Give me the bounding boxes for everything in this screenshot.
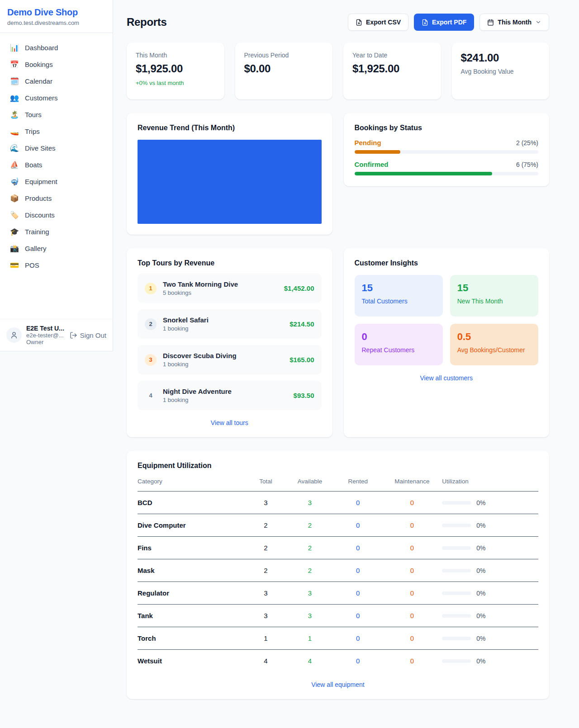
cell-available: 3 bbox=[286, 492, 334, 514]
bookings-by-status-card: Bookings by Status Pending 2 (25%) Confi… bbox=[344, 113, 550, 186]
sidebar: Demo Dive Shop demo.test.divestreams.com… bbox=[0, 0, 113, 351]
status-row-pending: Pending 2 (25%) bbox=[355, 139, 539, 154]
tour-row[interactable]: 1 Two Tank Morning Dive 5 bookings $1,45… bbox=[138, 274, 322, 303]
sidebar-item-dashboard[interactable]: 📊 Dashboard bbox=[0, 39, 113, 56]
sidebar-item-calendar[interactable]: 🗓️ Calendar bbox=[0, 73, 113, 90]
sidebar-item-discounts[interactable]: 🏷️ Discounts bbox=[0, 207, 113, 223]
cell-total: 3 bbox=[246, 605, 286, 627]
utilization-bar bbox=[442, 501, 471, 505]
main-content: Reports Export CSV Export PDF This Month… bbox=[113, 0, 579, 717]
cell-maintenance: 0 bbox=[382, 514, 442, 537]
sidebar-item-label: Dive Sites bbox=[25, 144, 56, 152]
user-name: E2E Test U... bbox=[26, 325, 65, 332]
person-icon bbox=[10, 331, 18, 339]
stat-value: $241.00 bbox=[461, 52, 541, 64]
tour-row[interactable]: 3 Discover Scuba Diving 1 booking $165.0… bbox=[138, 345, 322, 374]
sailboat-icon: ⛵ bbox=[10, 161, 19, 169]
tile-total-customers: 15 Total Customers bbox=[355, 275, 443, 317]
sidebar-item-products[interactable]: 📦 Products bbox=[0, 190, 113, 207]
tile-avg-bookings: 0.5 Avg Bookings/Customer bbox=[450, 324, 538, 365]
dashboard-icon: 📊 bbox=[10, 44, 19, 52]
tile-value: 15 bbox=[457, 282, 531, 294]
charts-row: Revenue Trend (This Month) Bookings by S… bbox=[127, 113, 549, 235]
mid-row: Top Tours by Revenue 1 Two Tank Morning … bbox=[127, 248, 549, 437]
tour-amount: $1,452.00 bbox=[284, 284, 314, 292]
sidebar-item-bookings[interactable]: 📅 Bookings bbox=[0, 56, 113, 73]
sidebar-item-training[interactable]: 🎓 Training bbox=[0, 223, 113, 240]
sidebar-item-pos[interactable]: 💳 POS bbox=[0, 257, 113, 274]
tile-label: Total Customers bbox=[362, 298, 436, 305]
cell-category: Fins bbox=[138, 537, 246, 559]
cell-available: 1 bbox=[286, 627, 334, 650]
sidebar-item-customers[interactable]: 👥 Customers bbox=[0, 90, 113, 106]
tile-label: Avg Bookings/Customer bbox=[457, 346, 531, 354]
utilization-bar bbox=[442, 591, 471, 595]
sidebar-item-boats[interactable]: ⛵ Boats bbox=[0, 156, 113, 173]
utilization-label: 0% bbox=[476, 499, 485, 506]
export-csv-button[interactable]: Export CSV bbox=[348, 14, 408, 31]
cell-available: 3 bbox=[286, 582, 334, 605]
cell-utilization: 0% bbox=[442, 627, 538, 650]
stat-card-this-month: This Month $1,925.00 +0% vs last month bbox=[127, 43, 224, 99]
utilization-bar bbox=[442, 637, 471, 640]
sidebar-item-dive-sites[interactable]: 🌊 Dive Sites bbox=[0, 140, 113, 156]
utilization-label: 0% bbox=[476, 635, 485, 642]
sidebar-item-gallery[interactable]: 📸 Gallery bbox=[0, 240, 113, 257]
bookings-by-status-title: Bookings by Status bbox=[355, 124, 539, 132]
tour-bookings: 1 booking bbox=[163, 325, 209, 332]
sidebar-item-label: Boats bbox=[25, 161, 42, 169]
stat-value: $1,925.00 bbox=[136, 62, 215, 75]
view-all-equipment-link[interactable]: View all equipment bbox=[138, 681, 538, 688]
export-pdf-button[interactable]: Export PDF bbox=[414, 14, 474, 31]
cell-utilization: 0% bbox=[442, 559, 538, 582]
cell-available: 2 bbox=[286, 537, 334, 559]
utilization-bar bbox=[442, 659, 471, 663]
cell-total: 3 bbox=[246, 582, 286, 605]
rank-badge: 2 bbox=[145, 318, 157, 330]
customer-insights-card: Customer Insights 15 Total Customers 15 … bbox=[344, 248, 550, 437]
sidebar-item-label: Gallery bbox=[25, 245, 47, 252]
sidebar-item-label: Trips bbox=[25, 128, 40, 135]
sidebar-item-equipment[interactable]: 🤿 Equipment bbox=[0, 173, 113, 190]
tour-row[interactable]: 2 Snorkel Safari 1 booking $214.50 bbox=[138, 309, 322, 339]
sidebar-item-tours[interactable]: 🏝️ Tours bbox=[0, 106, 113, 123]
utilization-label: 0% bbox=[476, 544, 485, 552]
tour-name: Discover Scuba Diving bbox=[163, 352, 237, 359]
equipment-title: Equipment Utilization bbox=[138, 462, 538, 470]
user-role: Owner bbox=[26, 339, 65, 345]
sidebar-item-label: Equipment bbox=[25, 178, 57, 185]
cell-total: 3 bbox=[246, 492, 286, 514]
chevron-down-icon bbox=[535, 19, 541, 25]
shop-domain: demo.test.divestreams.com bbox=[7, 19, 105, 26]
sign-out-button[interactable]: Sign Out bbox=[70, 331, 106, 339]
view-all-customers-link[interactable]: View all customers bbox=[355, 374, 539, 382]
view-all-tours-link[interactable]: View all tours bbox=[138, 419, 322, 426]
cell-total: 2 bbox=[246, 537, 286, 559]
table-row: Wetsuit 4 4 0 0 0% bbox=[138, 650, 538, 672]
diving-mask-icon: 🤿 bbox=[10, 178, 19, 185]
progress-fill-pending bbox=[355, 150, 401, 154]
utilization-bar bbox=[442, 569, 471, 572]
cell-utilization: 0% bbox=[442, 650, 538, 672]
calendar-icon bbox=[487, 19, 494, 26]
logout-icon bbox=[70, 331, 77, 339]
tour-amount: $93.50 bbox=[294, 392, 314, 399]
customer-insights-title: Customer Insights bbox=[355, 259, 539, 267]
sidebar-item-label: Discounts bbox=[25, 211, 55, 219]
stat-value: $0.00 bbox=[244, 62, 324, 75]
sidebar-item-trips[interactable]: 🚤 Trips bbox=[0, 123, 113, 140]
cell-category: Torch bbox=[138, 627, 246, 650]
period-label: This Month bbox=[498, 19, 532, 26]
cell-rented: 0 bbox=[334, 582, 382, 605]
top-tours-card: Top Tours by Revenue 1 Two Tank Morning … bbox=[127, 248, 332, 437]
bookings-calendar-icon: 📅 bbox=[10, 61, 19, 68]
cell-utilization: 0% bbox=[442, 537, 538, 559]
tile-new-this-month: 15 New This Month bbox=[450, 275, 538, 317]
tour-row[interactable]: 4 Night Dive Adventure 1 booking $93.50 bbox=[138, 381, 322, 410]
cell-total: 2 bbox=[246, 559, 286, 582]
period-selector[interactable]: This Month bbox=[479, 14, 549, 31]
tour-amount: $165.00 bbox=[290, 356, 314, 364]
table-row: Torch 1 1 0 0 0% bbox=[138, 627, 538, 650]
tile-value: 15 bbox=[362, 282, 436, 294]
credit-card-icon: 💳 bbox=[10, 262, 19, 269]
